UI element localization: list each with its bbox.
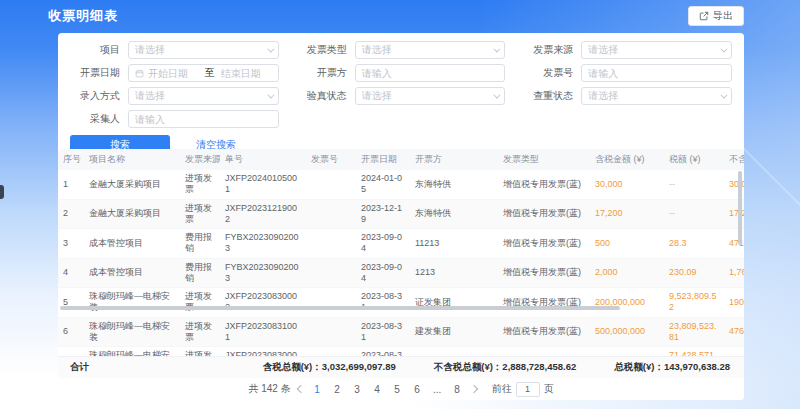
cell-invoice-type: 增值税专用发票(蓝) [498, 347, 590, 357]
cell-project-name: 珠穆朗玛峰—电梯安装 [84, 288, 180, 318]
filter-invoice-date-end-input[interactable] [221, 68, 272, 79]
calendar-icon [135, 64, 144, 82]
pagination-total: 共 142 条 [248, 382, 290, 396]
cell-seq: 7 [58, 347, 84, 357]
topbar: 收票明细表 导出 [48, 0, 744, 32]
filter-label: 采集人 [70, 112, 128, 126]
cell-amount-incl-tax: 30,000 [590, 170, 664, 199]
page-5-button[interactable]: 5 [391, 384, 404, 395]
col-project-name: 项目名称 [84, 149, 180, 170]
cell-order-no: FYBX20230902003 [220, 258, 306, 288]
drawer-handle[interactable] [0, 185, 4, 199]
cell-order-no: JXFP20231219002 [220, 199, 306, 229]
page-4-button[interactable]: 4 [371, 384, 384, 395]
export-button-label: 导出 [713, 9, 733, 23]
col-order-no: 单号 [220, 149, 306, 170]
filter-project-select[interactable]: 请选择 [128, 41, 279, 59]
total-item-label: 含税总额(¥)： [263, 361, 322, 372]
cell-seq: 3 [58, 229, 84, 259]
table-row[interactable]: 1金融大厦采购项目进项发票JXFP202401050012024-01-05东海… [58, 170, 744, 199]
select-placeholder: 请选择 [135, 43, 267, 57]
select-placeholder: 请选择 [588, 43, 720, 57]
filter-label: 项目 [70, 43, 128, 57]
total-item-value: 2,888,728,458.62 [502, 361, 576, 372]
cell-invoice-no [306, 258, 356, 288]
page-3-button[interactable]: 3 [351, 384, 364, 395]
filter-duplicate-status-select[interactable]: 请选择 [581, 87, 732, 105]
vertical-scrollbar-thumb[interactable] [738, 171, 742, 245]
filter-invoice-type-select[interactable]: 请选择 [355, 41, 506, 59]
filter-issuer-input[interactable] [362, 68, 499, 79]
cell-project-name: 金融大厦采购项目 [84, 199, 180, 229]
page-8-button[interactable]: 8 [451, 384, 464, 395]
totals-label: 合计 [70, 361, 89, 374]
cell-order-no: JXFP20240105001 [220, 170, 306, 199]
table-row[interactable]: 5珠穆朗玛峰—电梯安装进项发票JXFP202308300022023-08-31… [58, 288, 744, 318]
export-button[interactable]: 导出 [688, 6, 744, 26]
table-row[interactable]: 2金融大厦采购项目进项发票JXFP202312190022023-12-19东海… [58, 199, 744, 229]
cell-invoice-source: 进项发票 [180, 288, 220, 318]
horizontal-scrollbar-thumb[interactable] [60, 306, 620, 310]
filter-label: 查重状态 [523, 89, 581, 103]
page: 收票明细表 导出 项目 请选择 发票类型 请选择 发票来源 [0, 0, 800, 409]
table-row[interactable]: 6珠穆朗玛峰—电梯安装进项发票JXFP202308310012023-08-31… [58, 317, 744, 347]
pagination: 共 142 条 123456...8 前往 页 [58, 378, 744, 400]
cell-invoice-type: 增值税专用发票(蓝) [498, 199, 590, 229]
cell-invoice-type: 增值税专用发票(蓝) [498, 229, 590, 259]
select-placeholder: 请选择 [362, 89, 494, 103]
col-seq: 序号 [58, 149, 84, 170]
table-row[interactable]: 4成本管控项目费用报销FYBX202309020032023-09-041213… [58, 258, 744, 288]
filter-verify-status-select[interactable]: 请选择 [355, 87, 506, 105]
filter-collector-input[interactable] [135, 114, 272, 125]
page-1-button[interactable]: 1 [311, 384, 324, 395]
cell-invoice-no [306, 229, 356, 259]
cell-amount-excl-tax: 1,769.91 [724, 258, 744, 288]
cell-invoice-source: 进项发票 [180, 170, 220, 199]
invoice-table-card: 序号项目名称发票来源单号发票号开票日期开票方发票类型含税金额 (¥)税额 (¥)… [58, 149, 744, 400]
filter-label: 发票类型 [297, 43, 355, 57]
filter-invoice-no-input[interactable] [588, 68, 725, 79]
totals-row: 合计 含税总额(¥)：3,032,699,097.89 不含税总额(¥)：2,8… [58, 356, 744, 378]
page-more-button[interactable]: ... [431, 384, 444, 395]
cell-issuer: 1213 [410, 258, 498, 288]
cell-invoice-type: 增值税专用发票(蓝) [498, 288, 590, 318]
goto-page-input[interactable] [516, 382, 540, 397]
filter-label: 录入方式 [70, 89, 128, 103]
cell-invoice-source: 进项发票 [180, 347, 220, 357]
page-6-button[interactable]: 6 [411, 384, 424, 395]
cell-amount-excl-tax: 476,190,476.19 [724, 317, 744, 347]
filter-label: 开票日期 [70, 66, 128, 80]
page-title: 收票明细表 [48, 7, 118, 25]
cell-invoice-no [306, 170, 356, 199]
select-placeholder: 请选择 [135, 89, 267, 103]
cell-invoice-date: 2023-08-31 [356, 288, 410, 318]
cell-project-name: 珠穆朗玛峰—电梯安装 [84, 347, 180, 357]
col-invoice-no: 发票号 [306, 149, 356, 170]
cell-invoice-date: 2023-08-30 [356, 347, 410, 357]
total-item: 含税总额(¥)：3,032,699,097.89 [263, 361, 396, 374]
cell-invoice-type: 增值税专用发票(蓝) [498, 170, 590, 199]
cell-tax: 28.3 [664, 229, 724, 259]
cell-tax: -- [664, 170, 724, 199]
page-buttons: 123456...8 [311, 384, 464, 395]
table-row[interactable]: 7珠穆朗玛峰—电梯安装进项发票JXFP202308300012023-08-30… [58, 347, 744, 357]
cell-invoice-date: 2023-09-04 [356, 258, 410, 288]
next-page-arrow-icon[interactable] [469, 385, 477, 393]
table-body: 1金融大厦采购项目进项发票JXFP202401050012024-01-05东海… [58, 170, 744, 356]
cell-invoice-no [306, 317, 356, 347]
filter-invoice-date-start-input[interactable] [148, 68, 199, 79]
invoice-table: 序号项目名称发票来源单号发票号开票日期开票方发票类型含税金额 (¥)税额 (¥)… [58, 149, 744, 356]
page-2-button[interactable]: 2 [331, 384, 344, 395]
cell-amount-incl-tax: 200,000,000 [590, 288, 664, 318]
cell-invoice-date: 2023-09-04 [356, 229, 410, 259]
table-row[interactable]: 3成本管控项目费用报销FYBX202309020032023-09-041121… [58, 229, 744, 259]
total-item: 总税额(¥)：143,970,638.28 [614, 361, 730, 374]
cell-tax: 9,523,809.52 [664, 288, 724, 318]
filter-invoice-source-select[interactable]: 请选择 [581, 41, 732, 59]
prev-page-arrow-icon[interactable] [296, 385, 304, 393]
cell-invoice-type: 增值税专用发票(蓝) [498, 317, 590, 347]
goto-page: 前往 页 [492, 382, 554, 397]
cell-amount-incl-tax: 500 [590, 229, 664, 259]
filter-entry-method-select[interactable]: 请选择 [128, 87, 279, 105]
total-item: 不含税总额(¥)：2,888,728,458.62 [434, 361, 577, 374]
